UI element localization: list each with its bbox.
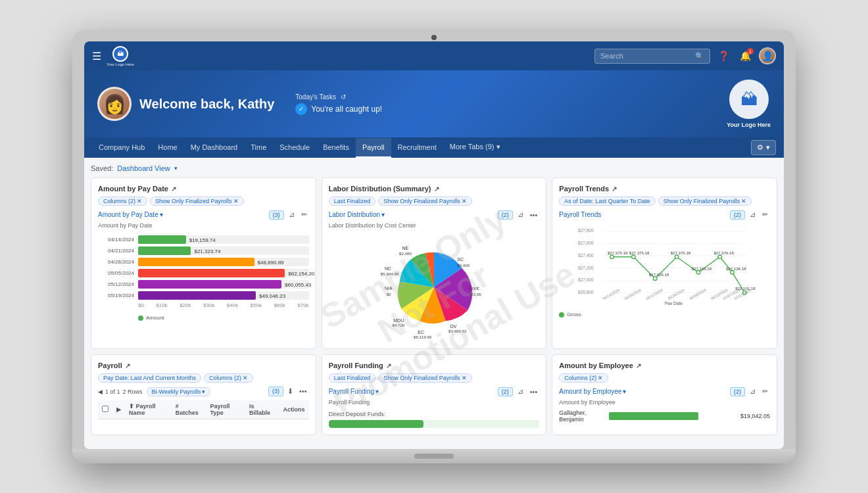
search-icon[interactable]: 🔍 (695, 52, 704, 60)
filter-icon-pay-date[interactable]: ⊿ (287, 210, 297, 220)
svg-text:$27,376.18: $27,376.18 (714, 250, 735, 255)
bar-row-2: 04/28/2024 $48,890.89 (98, 258, 309, 266)
help-icon[interactable]: ❓ (715, 48, 732, 64)
bar-track-3: $62,154.20 (138, 269, 309, 277)
col-billable[interactable]: Is Billable (245, 400, 279, 419)
laptop-base (72, 449, 796, 463)
col-checkbox[interactable] (98, 400, 112, 419)
columns-filter-chip[interactable]: Columns (2) ✕ (204, 373, 253, 383)
external-link-icon-payroll[interactable]: ↗ (125, 362, 130, 369)
nav-my-dashboard[interactable]: My Dashboard (184, 138, 245, 158)
notification-badge: 1 (747, 48, 754, 55)
show-finalized-chip-labor[interactable]: Show Only Finalized Payrolls ✕ (378, 197, 472, 206)
filter-chip-columns[interactable]: Columns (2) ✕ (98, 197, 147, 206)
sublink-employee[interactable]: Amount by Employee ▾ (559, 388, 626, 395)
controls-trends: (2) ⊿ ✏ (730, 210, 770, 220)
search-box[interactable]: 🔍 (594, 49, 710, 64)
bar-chart-pay-date: 04/14/2024 $19,159.74 04/21/2024 (98, 233, 309, 311)
camera (431, 35, 437, 40)
trend-point-3 (675, 255, 679, 259)
bar-fill-5: $49,046.23 (138, 291, 256, 300)
menu-icon[interactable]: ☰ (92, 50, 101, 62)
saved-view-name[interactable]: Dashboard View (117, 164, 170, 172)
laptop-notch (414, 454, 454, 459)
widget-title-pay-date: Amount by Pay Date ↗ (98, 185, 176, 193)
laptop-screen: ☰ 🏔 Your Logo Here 🔍 ❓ 🔔 1 👤 (84, 41, 784, 449)
external-link-icon-labor[interactable]: ↗ (434, 185, 439, 193)
trend-point-2 (654, 277, 658, 281)
biweekly-filter[interactable]: Bi-Weekly Payrolls ▾ (147, 387, 211, 396)
more-icon-payroll[interactable]: ••• (297, 387, 309, 396)
external-link-icon-employee[interactable]: ↗ (636, 362, 641, 369)
settings-button[interactable]: ⚙ ▾ (751, 140, 776, 155)
external-link-icon[interactable]: ↗ (171, 185, 176, 193)
nav-schedule[interactable]: Schedule (273, 138, 316, 158)
sublink-pay-date[interactable]: Amount by Pay Date ▾ (98, 211, 163, 218)
nav-time[interactable]: Time (244, 138, 273, 158)
logo-area[interactable]: 🏔 Your Logo Here (107, 46, 134, 66)
sublink-labor[interactable]: Labor Distribution ▾ (329, 211, 385, 218)
widget-header-funding: Payroll Funding ↗ (329, 362, 540, 369)
bar-label-4: 05/12/2024 (98, 281, 134, 287)
filter-icon-funding[interactable]: ⊿ (516, 387, 525, 396)
filter-count-labor: (2) (498, 210, 513, 220)
filter-icon-labor[interactable]: ⊿ (516, 210, 525, 220)
page-nav-left[interactable]: ◀ (98, 388, 103, 395)
bar-row-5: 05/19/2024 $49,046.23 (98, 291, 309, 300)
filter-icon-employee[interactable]: ⊿ (748, 387, 758, 396)
nav-benefits[interactable]: Benefits (316, 138, 356, 158)
pay-date-filter-chip[interactable]: Pay Date: Last And Current Months (98, 373, 201, 383)
col-payroll-name[interactable]: ⬆ Payroll Name (125, 400, 172, 419)
bar-label-5: 05/19/2024 (98, 293, 134, 298)
bar-track-0: $19,159.74 (138, 235, 309, 244)
edit-icon-pay-date[interactable]: ✏ (299, 210, 309, 220)
bar-axis: $0 $10k $20k $30k $40k $50k $60k $70k (98, 302, 309, 308)
bar-row-0: 04/14/2024 $19,159.74 (98, 235, 309, 244)
nav-home[interactable]: Home (151, 138, 183, 158)
controls-funding: (2) ⊿ ••• (498, 387, 540, 396)
external-link-icon-trends[interactable]: ↗ (612, 185, 617, 193)
filter-chip-finalized[interactable]: Show Only Finalized Payrolls ✕ (150, 197, 244, 206)
sublink-trends[interactable]: Payroll Trends (559, 211, 601, 218)
search-input[interactable] (600, 52, 692, 60)
col-batches[interactable]: # Batches (172, 400, 206, 419)
bar-label-1: 04/21/2024 (98, 248, 134, 254)
nav-company-hub[interactable]: Company Hub (92, 138, 151, 158)
last-finalized-chip-funding[interactable]: Last Finalized (329, 373, 376, 383)
nav-recruitment[interactable]: Recruitment (391, 138, 443, 158)
as-of-date-chip[interactable]: As of Date: Last Quarter To Date (559, 197, 655, 206)
user-avatar[interactable]: 👤 (759, 47, 776, 64)
show-finalized-chip-funding[interactable]: Show Only Finalized Payrolls ✕ (378, 373, 472, 383)
sublink-funding[interactable]: Payroll Funding ▾ (329, 388, 379, 395)
edit-icon-employee[interactable]: ✏ (760, 387, 770, 396)
external-link-icon-funding[interactable]: ↗ (386, 362, 391, 369)
nav-payroll[interactable]: Payroll (356, 138, 391, 158)
widget-title-payroll: Payroll ↗ (98, 362, 130, 369)
bar-label-0: 04/14/2024 (98, 237, 134, 243)
employee-row-0: Gallagher,Benjamin $19,042.05 (559, 410, 770, 423)
notification-icon[interactable]: 🔔 1 (737, 48, 754, 64)
trend-line (612, 257, 745, 293)
edit-icon-trends[interactable]: ✏ (760, 210, 770, 220)
export-icon[interactable]: ⬇ (285, 387, 295, 396)
col-expand[interactable]: ▶ (112, 400, 125, 419)
more-icon-funding[interactable]: ••• (528, 387, 540, 396)
legend-label-gross: Gross (567, 312, 581, 317)
columns-chip-employee[interactable]: Columns (2) ✕ (559, 373, 608, 383)
pie-chart-container: SC $2,400 Cont: $53,06 DV $3,484.32 EC $… (329, 233, 540, 342)
more-icon-labor[interactable]: ••• (528, 210, 540, 220)
saved-label: Saved: (91, 164, 113, 172)
bar-label-2: 04/28/2024 (98, 259, 134, 265)
last-finalized-chip[interactable]: Last Finalized (329, 197, 376, 206)
col-payroll-type[interactable]: Payroll Type (206, 400, 245, 419)
nav-more-tabs[interactable]: More Tabs (9) ▾ (443, 137, 507, 158)
employee-bar-fill-0 (609, 412, 698, 420)
saved-dropdown-arrow[interactable]: ▾ (174, 165, 178, 172)
bar-fill-2: $48,890.89 (138, 258, 254, 266)
label-nc: NC (385, 266, 391, 271)
filter-count-trends: (2) (730, 210, 745, 220)
show-finalized-chip-trends[interactable]: Show Only Finalized Payrolls ✕ (658, 197, 752, 206)
filter-icon-trends[interactable]: ⊿ (748, 210, 758, 220)
widget-amount-by-employee: Amount by Employee ↗ Columns (2) ✕ (552, 354, 777, 435)
trend-point-0 (610, 255, 614, 259)
